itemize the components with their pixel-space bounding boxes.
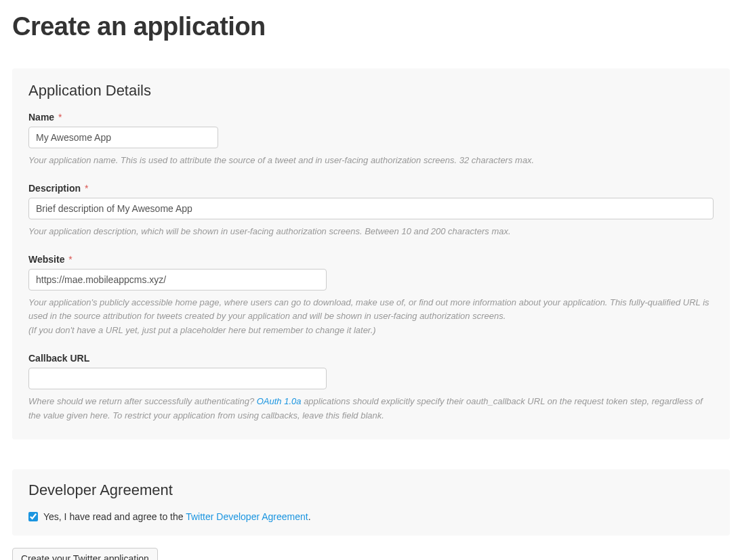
callback-help-pre: Where should we return after successfull…: [28, 396, 257, 406]
description-help: Your application description, which will…: [28, 225, 714, 239]
agreement-text-pre: Yes, I have read and agree to the: [43, 511, 186, 522]
website-label-text: Website: [28, 254, 64, 265]
callback-field: Callback URL Where should we return afte…: [28, 353, 714, 423]
description-field: Description * Your application descripti…: [28, 183, 714, 239]
developer-agreement-link[interactable]: Twitter Developer Agreement: [186, 511, 308, 522]
callback-input[interactable]: [28, 368, 327, 389]
website-label: Website *: [28, 254, 714, 265]
required-mark: *: [58, 112, 62, 123]
developer-agreement-panel: Developer Agreement Yes, I have read and…: [12, 469, 730, 536]
website-field: Website * Your application's publicly ac…: [28, 254, 714, 338]
description-input[interactable]: [28, 198, 714, 219]
name-input[interactable]: [28, 127, 218, 148]
website-help: Your application's publicly accessible h…: [28, 296, 714, 338]
callback-label-text: Callback URL: [28, 353, 89, 364]
website-help-line1: Your application's publicly accessible h…: [28, 297, 709, 322]
website-help-line2: (If you don't have a URL yet, just put a…: [28, 325, 376, 335]
page-title: Create an application: [12, 12, 730, 41]
callback-help: Where should we return after successfull…: [28, 395, 714, 423]
agreement-checkbox[interactable]: [28, 512, 38, 521]
name-label: Name *: [28, 112, 714, 123]
required-mark: *: [68, 254, 72, 265]
website-input[interactable]: [28, 269, 327, 290]
application-details-heading: Application Details: [28, 82, 714, 100]
agreement-text: Yes, I have read and agree to the Twitte…: [43, 511, 311, 522]
callback-label: Callback URL: [28, 353, 714, 364]
oauth-link[interactable]: OAuth 1.0a: [257, 396, 302, 406]
create-application-button[interactable]: Create your Twitter application: [12, 548, 158, 560]
name-field: Name * Your application name. This is us…: [28, 112, 714, 168]
application-details-panel: Application Details Name * Your applicat…: [12, 68, 730, 439]
agreement-text-post: .: [308, 511, 311, 522]
description-label: Description *: [28, 183, 714, 194]
description-label-text: Description: [28, 183, 81, 194]
name-help: Your application name. This is used to a…: [28, 154, 714, 168]
required-mark: *: [85, 183, 88, 194]
name-label-text: Name: [28, 112, 54, 123]
agreement-row: Yes, I have read and agree to the Twitte…: [28, 511, 714, 522]
developer-agreement-heading: Developer Agreement: [28, 481, 714, 499]
